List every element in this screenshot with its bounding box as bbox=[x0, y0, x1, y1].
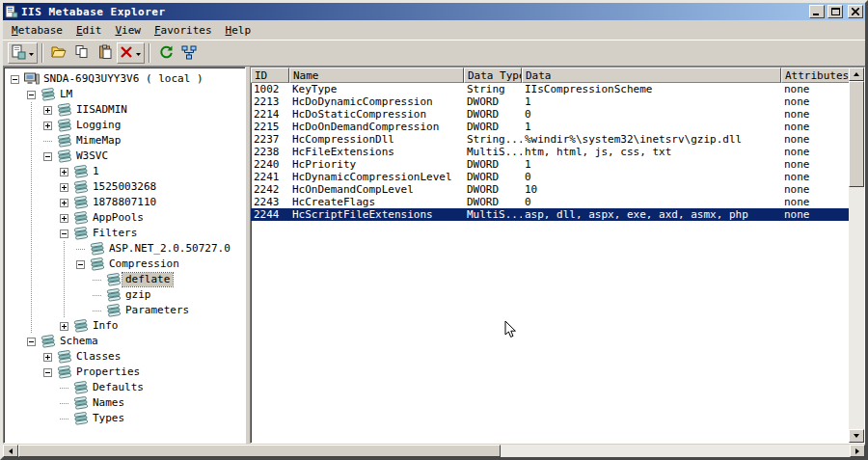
tree-item-label[interactable]: Compression bbox=[106, 257, 182, 271]
tree-item-label[interactable]: SNDA-69Q3UYY3V6 ( local ) bbox=[41, 72, 206, 86]
table-row[interactable]: 2241HcDynamicCompressionLevelDWORD0none bbox=[251, 171, 849, 183]
expand-toggle[interactable] bbox=[60, 199, 68, 207]
refresh-button[interactable] bbox=[154, 42, 176, 64]
tree-item-label[interactable]: MimeMap bbox=[73, 134, 123, 148]
expand-toggle[interactable] bbox=[60, 183, 68, 192]
expand-toggle[interactable] bbox=[43, 122, 52, 130]
tree-item[interactable]: 1 bbox=[7, 164, 245, 179]
collapse-toggle[interactable] bbox=[11, 75, 19, 84]
scroll-right-button[interactable] bbox=[850, 445, 865, 457]
title-bar[interactable]: IIS Metabase Explorer bbox=[3, 3, 865, 20]
collapse-toggle[interactable] bbox=[43, 368, 52, 377]
table-row[interactable]: 1002KeyTypeStringIIsCompressionSchemenon… bbox=[251, 83, 849, 95]
table-row[interactable]: 2238HcFileExtensionsMultiS...htm, html, … bbox=[251, 146, 849, 158]
tree-item[interactable]: Schema bbox=[7, 334, 245, 349]
horizontal-scrollbar[interactable] bbox=[3, 444, 865, 457]
tree-item[interactable]: LM bbox=[7, 87, 245, 102]
tree-item[interactable]: Logging bbox=[7, 118, 245, 133]
tree-item-label[interactable]: Info bbox=[90, 319, 122, 333]
tree-item[interactable]: IISADMIN bbox=[7, 102, 245, 118]
scroll-up-button[interactable] bbox=[849, 68, 864, 81]
maximize-button[interactable] bbox=[827, 5, 843, 18]
vertical-scroll-track[interactable] bbox=[849, 81, 864, 429]
collapse-toggle[interactable] bbox=[27, 338, 36, 346]
tree-item-label[interactable]: Classes bbox=[73, 350, 123, 364]
tree-item[interactable]: Properties bbox=[7, 365, 245, 380]
scroll-left-button[interactable] bbox=[3, 445, 18, 457]
table-row[interactable]: 2243HcCreateFlagsDWORD0none bbox=[251, 196, 849, 208]
close-button[interactable] bbox=[848, 5, 863, 18]
tree-item-label[interactable]: Logging bbox=[73, 119, 123, 132]
tree-item[interactable]: Filters bbox=[7, 226, 245, 241]
tree-item[interactable]: Classes bbox=[7, 349, 245, 365]
tree-item[interactable]: 1878807110 bbox=[7, 195, 245, 210]
tree-item[interactable]: AppPools bbox=[7, 210, 245, 226]
column-header-data[interactable]: Data bbox=[522, 68, 781, 83]
tree-item[interactable]: 1525003268 bbox=[7, 179, 245, 195]
tree-item-label[interactable]: ASP.NET_2.0.50727.0 bbox=[106, 242, 233, 256]
delete-button[interactable] bbox=[117, 42, 145, 64]
expand-toggle[interactable] bbox=[43, 106, 52, 115]
vertical-scroll-thumb[interactable] bbox=[849, 81, 864, 187]
open-button[interactable] bbox=[47, 42, 69, 64]
collapse-toggle[interactable] bbox=[60, 230, 68, 238]
menu-edit[interactable]: Edit bbox=[69, 22, 109, 39]
tree-item[interactable]: W3SVC bbox=[7, 149, 245, 164]
tree-item-label[interactable]: Names bbox=[90, 396, 127, 410]
column-header-attributes[interactable]: Attributes bbox=[781, 68, 849, 83]
tree-item[interactable]: SNDA-69Q3UYY3V6 ( local ) bbox=[7, 71, 245, 87]
tree-item-label[interactable]: W3SVC bbox=[73, 149, 111, 163]
tree-item-label[interactable]: deflate bbox=[122, 273, 173, 286]
horizontal-scroll-thumb[interactable] bbox=[18, 445, 501, 457]
collapse-toggle[interactable] bbox=[43, 152, 52, 161]
column-header-id[interactable]: ID bbox=[251, 68, 289, 83]
scroll-down-button[interactable] bbox=[849, 429, 864, 443]
tree-item-label[interactable]: IISADMIN bbox=[73, 103, 130, 117]
table-row[interactable]: 2244HcScriptFileExtensionsMultiS...asp, … bbox=[251, 208, 849, 221]
expand-toggle[interactable] bbox=[60, 214, 68, 223]
new-key-button[interactable] bbox=[8, 42, 38, 64]
tree-item-label[interactable]: Filters bbox=[90, 227, 140, 240]
vertical-scrollbar[interactable] bbox=[849, 68, 864, 443]
tree-item-label[interactable]: Schema bbox=[57, 335, 101, 348]
table-row[interactable]: 2215HcDoOnDemandCompressionDWORD1none bbox=[251, 121, 849, 133]
tree-item-label[interactable]: Properties bbox=[73, 365, 143, 379]
expand-toggle[interactable] bbox=[60, 168, 68, 176]
connect-button[interactable] bbox=[177, 42, 200, 64]
tree-item[interactable]: Parameters bbox=[7, 303, 245, 318]
tree-item[interactable]: MimeMap bbox=[7, 133, 245, 149]
tree-item-label[interactable]: AppPools bbox=[90, 211, 147, 225]
minimize-button[interactable] bbox=[809, 5, 825, 18]
column-header-data-type[interactable]: Data Type bbox=[464, 68, 522, 83]
tree-item[interactable]: Info bbox=[7, 318, 245, 334]
column-header-name[interactable]: Name bbox=[289, 68, 464, 83]
expand-toggle[interactable] bbox=[60, 322, 68, 331]
tree-item[interactable]: Types bbox=[7, 411, 245, 426]
tree-item[interactable]: deflate bbox=[7, 272, 245, 287]
table-row[interactable]: 2242HcOnDemandCompLevelDWORD10none bbox=[251, 183, 849, 196]
horizontal-scroll-track[interactable] bbox=[18, 445, 850, 457]
tree-item-label[interactable]: 1878807110 bbox=[90, 196, 159, 209]
tree-item-label[interactable]: Defaults bbox=[90, 381, 147, 394]
tree-item[interactable]: Compression bbox=[7, 257, 245, 272]
tree-item[interactable]: Names bbox=[7, 395, 245, 411]
tree-item-label[interactable]: LM bbox=[57, 88, 75, 101]
menu-favorites[interactable]: Favorites bbox=[148, 22, 219, 39]
tree-item-label[interactable]: 1525003268 bbox=[90, 180, 159, 194]
table-row[interactable]: 2240HcPriorityDWORD1none bbox=[251, 158, 849, 171]
paste-button[interactable] bbox=[94, 42, 116, 64]
tree-item[interactable]: gzip bbox=[7, 287, 245, 303]
tree-item-label[interactable]: gzip bbox=[122, 288, 154, 302]
menu-metabase[interactable]: Metabase bbox=[5, 22, 69, 39]
collapse-toggle[interactable] bbox=[76, 260, 85, 269]
expand-toggle[interactable] bbox=[43, 353, 52, 362]
tree-item[interactable]: ASP.NET_2.0.50727.0 bbox=[7, 241, 245, 257]
tree-item[interactable]: Defaults bbox=[7, 380, 245, 395]
copy-button[interactable] bbox=[70, 42, 93, 64]
collapse-toggle[interactable] bbox=[27, 91, 36, 99]
tree-item-label[interactable]: Types bbox=[90, 412, 127, 425]
menu-view[interactable]: View bbox=[108, 22, 148, 39]
tree-item-label[interactable]: Parameters bbox=[122, 304, 192, 317]
menu-help[interactable]: Help bbox=[219, 22, 258, 39]
table-row[interactable]: 2214HcDoStaticCompressionDWORD0none bbox=[251, 108, 849, 121]
